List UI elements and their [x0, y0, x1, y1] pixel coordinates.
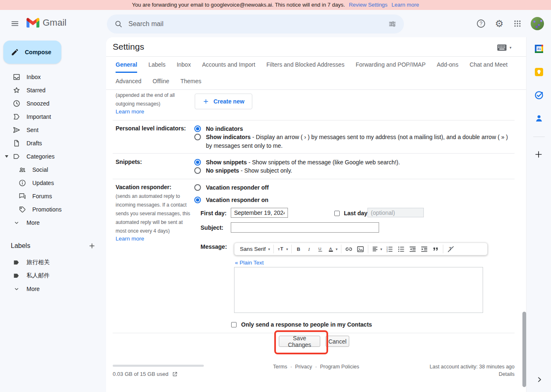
sidebar-item-snoozed[interactable]: Snoozed	[0, 97, 101, 110]
footer-separator: ·	[315, 364, 317, 370]
sidebar-item-more[interactable]: More	[0, 216, 101, 229]
label-item-personal[interactable]: 私人邮件	[0, 269, 101, 282]
vacation-off-label[interactable]: Vacation responder off	[206, 183, 269, 192]
hamburger-icon	[10, 19, 19, 28]
create-new-signature-button[interactable]: Create new	[195, 94, 252, 109]
bulleted-list-button[interactable]	[395, 244, 407, 255]
labels-more[interactable]: More	[0, 282, 101, 296]
remove-formatting-icon: T	[447, 245, 455, 253]
signature-learn-more-link[interactable]: Learn more	[116, 108, 144, 115]
no-snippets-radio[interactable]	[194, 167, 201, 174]
show-indicators-radio[interactable]	[194, 134, 201, 140]
google-apps-button[interactable]	[509, 15, 526, 32]
tasks-button[interactable]	[534, 90, 544, 100]
banner-learn-more-link[interactable]: Learn more	[392, 2, 419, 8]
review-settings-link[interactable]: Review Settings	[349, 2, 387, 8]
no-snippets-label[interactable]: No snippets - Show subject only.	[206, 166, 292, 175]
tab-general[interactable]: General	[116, 61, 137, 73]
create-label-button[interactable]	[86, 240, 98, 252]
sidebar-item-sent[interactable]: Sent	[0, 123, 101, 137]
cancel-button[interactable]: Cancel	[326, 336, 349, 347]
sidebar-item-categories[interactable]: Categories	[0, 150, 101, 163]
sidebar-item-label: Promotions	[32, 206, 62, 213]
sidebar-item-inbox[interactable]: Inbox	[0, 70, 101, 84]
font-size-button[interactable]: TT ▾	[276, 244, 290, 255]
insert-link-button[interactable]	[343, 244, 355, 255]
get-add-ons-button[interactable]	[534, 150, 544, 160]
align-button[interactable]: ▾	[370, 244, 384, 255]
show-snippets-radio[interactable]	[194, 159, 201, 166]
sidebar-item-forums[interactable]: Forums	[0, 190, 101, 203]
remove-formatting-button[interactable]: T	[445, 244, 457, 255]
gmail-logo[interactable]: Gmail	[27, 17, 66, 28]
sidebar-item-drafts[interactable]: Drafts	[0, 137, 101, 150]
text-color-button[interactable]: A ▾	[326, 244, 339, 255]
vacation-learn-more-link[interactable]: Learn more	[116, 236, 144, 242]
terms-link[interactable]: Terms	[273, 364, 287, 370]
font-family-select[interactable]: Sans Serif ▾	[237, 244, 272, 255]
search-bar	[107, 14, 404, 34]
no-indicators-label[interactable]: No indicators	[206, 125, 243, 133]
keep-button[interactable]	[534, 67, 544, 77]
vacation-message-textarea[interactable]	[234, 267, 483, 313]
first-day-input[interactable]	[231, 208, 288, 218]
contacts-only-label[interactable]: Only send a response to people in my Con…	[241, 321, 372, 328]
sidebar-item-important[interactable]: Important	[0, 110, 101, 123]
calendar-button[interactable]: 31	[534, 44, 544, 54]
tab-accounts-and-import[interactable]: Accounts and Import	[202, 61, 255, 73]
sidebar-item-social[interactable]: Social	[0, 163, 101, 176]
tab-advanced[interactable]: Advanced	[116, 78, 141, 88]
sidebar-item-starred[interactable]: Starred	[0, 84, 101, 97]
underline-button[interactable]: U	[315, 244, 326, 255]
contacts-button[interactable]	[534, 113, 544, 123]
indent-more-button[interactable]	[418, 244, 430, 255]
sidebar-item-promotions[interactable]: Promotions	[0, 203, 101, 216]
vacation-on-label[interactable]: Vacation responder on	[206, 196, 268, 204]
insert-image-button[interactable]	[355, 244, 366, 255]
numbered-list-button[interactable]: 123	[384, 244, 395, 255]
input-method-selector[interactable]: ▾	[497, 44, 512, 51]
program-policies-link[interactable]: Program Policies	[320, 364, 359, 370]
save-changes-button[interactable]: Save Changes	[279, 336, 320, 347]
no-indicators-radio[interactable]	[194, 125, 201, 132]
search-input[interactable]	[128, 20, 383, 28]
last-day-label[interactable]: Last day:	[344, 209, 369, 218]
activity-details-link[interactable]: Details	[499, 371, 515, 377]
main-menu-button[interactable]	[7, 15, 23, 32]
tab-filters-and-blocked-addresses[interactable]: Filters and Blocked Addresses	[266, 61, 344, 73]
vacation-subject-input[interactable]	[231, 222, 379, 233]
settings-button[interactable]: ⚙	[491, 15, 508, 32]
vertical-scrollbar[interactable]	[522, 312, 526, 387]
tab-chat-and-meet[interactable]: Chat and Meet	[469, 61, 508, 73]
compose-button[interactable]: Compose	[3, 41, 61, 64]
sidebar-item-updates[interactable]: Updates	[0, 176, 101, 190]
contacts-only-checkbox[interactable]	[231, 322, 237, 327]
show-indicators-label[interactable]: Show indicators - Display an arrow ( › )…	[206, 133, 510, 150]
vacation-on-radio[interactable]	[194, 197, 201, 203]
tab-offline[interactable]: Offline	[152, 78, 169, 88]
label-item-travel[interactable]: 旅行相关	[0, 256, 101, 269]
indent-less-button[interactable]	[407, 244, 418, 255]
vacation-off-radio[interactable]	[194, 184, 201, 191]
bold-button[interactable]: B	[293, 244, 304, 255]
indent-more-icon	[420, 245, 428, 253]
last-day-checkbox[interactable]	[334, 211, 340, 216]
external-link-icon[interactable]	[172, 371, 178, 377]
quote-button[interactable]	[430, 244, 441, 255]
tab-forwarding-and-pop-imap[interactable]: Forwarding and POP/IMAP	[355, 61, 425, 73]
expand-caret-icon[interactable]	[5, 155, 8, 158]
tab-add-ons[interactable]: Add-ons	[437, 61, 458, 73]
last-day-input[interactable]	[367, 208, 424, 217]
privacy-link[interactable]: Privacy	[295, 364, 312, 370]
search-button[interactable]	[109, 16, 128, 32]
hide-side-panel-button[interactable]	[536, 376, 543, 383]
account-avatar[interactable]	[531, 17, 544, 30]
tab-labels[interactable]: Labels	[148, 61, 165, 73]
tab-inbox[interactable]: Inbox	[176, 61, 191, 73]
show-snippets-label[interactable]: Show snippets - Show snippets of the mes…	[206, 158, 400, 167]
support-button[interactable]: ?	[473, 15, 489, 32]
italic-button[interactable]: I	[304, 244, 315, 255]
plain-text-toggle-link[interactable]: « Plain Text	[235, 260, 264, 266]
tab-themes[interactable]: Themes	[181, 78, 202, 88]
search-options-button[interactable]	[383, 16, 401, 32]
